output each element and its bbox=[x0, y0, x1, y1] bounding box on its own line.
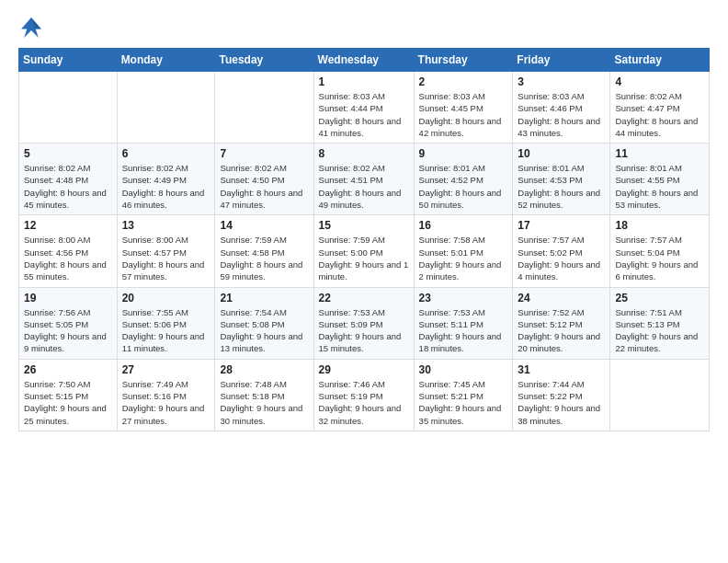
day-number: 14 bbox=[220, 219, 308, 232]
week-row-1: 1Sunrise: 8:03 AM Sunset: 4:44 PM Daylig… bbox=[19, 72, 710, 144]
calendar-cell: 25Sunrise: 7:51 AM Sunset: 5:13 PM Dayli… bbox=[610, 287, 710, 359]
day-info: Sunrise: 7:59 AM Sunset: 4:58 PM Dayligh… bbox=[220, 234, 308, 282]
day-number: 2 bbox=[419, 75, 508, 88]
day-info: Sunrise: 7:57 AM Sunset: 5:04 PM Dayligh… bbox=[615, 234, 704, 282]
day-number: 24 bbox=[518, 292, 605, 304]
day-info: Sunrise: 7:56 AM Sunset: 5:05 PM Dayligh… bbox=[24, 306, 112, 355]
calendar-cell: 9Sunrise: 8:01 AM Sunset: 4:52 PM Daylig… bbox=[414, 144, 513, 215]
calendar-cell bbox=[19, 72, 118, 144]
weekday-header-row: SundayMondayTuesdayWednesdayThursdayFrid… bbox=[19, 49, 710, 72]
week-row-3: 12Sunrise: 8:00 AM Sunset: 4:56 PM Dayli… bbox=[19, 215, 710, 287]
day-info: Sunrise: 7:51 AM Sunset: 5:13 PM Dayligh… bbox=[615, 306, 704, 355]
weekday-header-saturday: Saturday bbox=[610, 49, 710, 72]
weekday-header-thursday: Thursday bbox=[414, 49, 513, 72]
calendar-cell: 15Sunrise: 7:59 AM Sunset: 5:00 PM Dayli… bbox=[313, 215, 414, 287]
day-info: Sunrise: 8:03 AM Sunset: 4:44 PM Dayligh… bbox=[319, 90, 409, 139]
day-info: Sunrise: 8:02 AM Sunset: 4:47 PM Dayligh… bbox=[615, 90, 704, 139]
day-info: Sunrise: 7:46 AM Sunset: 5:19 PM Dayligh… bbox=[319, 378, 409, 427]
calendar-cell: 6Sunrise: 8:02 AM Sunset: 4:49 PM Daylig… bbox=[117, 144, 215, 215]
calendar-cell: 30Sunrise: 7:45 AM Sunset: 5:21 PM Dayli… bbox=[414, 359, 513, 431]
day-info: Sunrise: 8:00 AM Sunset: 4:57 PM Dayligh… bbox=[122, 234, 210, 282]
day-number: 18 bbox=[615, 219, 704, 232]
calendar-cell: 27Sunrise: 7:49 AM Sunset: 5:16 PM Dayli… bbox=[117, 359, 215, 431]
calendar-cell bbox=[215, 72, 313, 144]
calendar-cell: 12Sunrise: 8:00 AM Sunset: 4:56 PM Dayli… bbox=[19, 215, 118, 287]
day-info: Sunrise: 7:59 AM Sunset: 5:00 PM Dayligh… bbox=[319, 234, 409, 282]
day-number: 19 bbox=[24, 292, 112, 304]
calendar-cell: 21Sunrise: 7:54 AM Sunset: 5:08 PM Dayli… bbox=[215, 287, 313, 359]
logo-icon bbox=[18, 15, 44, 40]
day-number: 7 bbox=[220, 147, 308, 160]
calendar-cell: 4Sunrise: 8:02 AM Sunset: 4:47 PM Daylig… bbox=[610, 72, 710, 144]
calendar-cell: 18Sunrise: 7:57 AM Sunset: 5:04 PM Dayli… bbox=[610, 215, 710, 287]
day-number: 29 bbox=[319, 363, 409, 376]
day-info: Sunrise: 8:02 AM Sunset: 4:49 PM Dayligh… bbox=[122, 162, 210, 211]
weekday-header-wednesday: Wednesday bbox=[313, 49, 414, 72]
day-info: Sunrise: 7:48 AM Sunset: 5:18 PM Dayligh… bbox=[220, 378, 308, 427]
logo bbox=[18, 15, 48, 40]
day-info: Sunrise: 7:45 AM Sunset: 5:21 PM Dayligh… bbox=[419, 378, 508, 427]
calendar-cell: 26Sunrise: 7:50 AM Sunset: 5:15 PM Dayli… bbox=[19, 359, 118, 431]
day-info: Sunrise: 7:53 AM Sunset: 5:09 PM Dayligh… bbox=[319, 306, 409, 355]
day-number: 28 bbox=[220, 363, 308, 376]
week-row-4: 19Sunrise: 7:56 AM Sunset: 5:05 PM Dayli… bbox=[19, 287, 710, 359]
day-number: 31 bbox=[518, 363, 605, 376]
calendar-cell: 14Sunrise: 7:59 AM Sunset: 4:58 PM Dayli… bbox=[215, 215, 313, 287]
calendar-cell: 8Sunrise: 8:02 AM Sunset: 4:51 PM Daylig… bbox=[313, 144, 414, 215]
day-info: Sunrise: 7:54 AM Sunset: 5:08 PM Dayligh… bbox=[220, 306, 308, 355]
calendar-cell: 31Sunrise: 7:44 AM Sunset: 5:22 PM Dayli… bbox=[513, 359, 610, 431]
day-number: 5 bbox=[24, 147, 112, 160]
calendar-cell: 7Sunrise: 8:02 AM Sunset: 4:50 PM Daylig… bbox=[215, 144, 313, 215]
day-info: Sunrise: 8:01 AM Sunset: 4:55 PM Dayligh… bbox=[615, 162, 704, 211]
day-number: 30 bbox=[419, 363, 508, 376]
calendar-cell: 2Sunrise: 8:03 AM Sunset: 4:45 PM Daylig… bbox=[414, 72, 513, 144]
calendar-cell bbox=[117, 72, 215, 144]
day-number: 20 bbox=[122, 292, 210, 304]
day-number: 10 bbox=[518, 147, 605, 160]
day-info: Sunrise: 7:50 AM Sunset: 5:15 PM Dayligh… bbox=[24, 378, 112, 427]
week-row-5: 26Sunrise: 7:50 AM Sunset: 5:15 PM Dayli… bbox=[19, 359, 710, 431]
calendar-cell: 16Sunrise: 7:58 AM Sunset: 5:01 PM Dayli… bbox=[414, 215, 513, 287]
day-number: 17 bbox=[518, 219, 605, 232]
calendar-cell: 22Sunrise: 7:53 AM Sunset: 5:09 PM Dayli… bbox=[313, 287, 414, 359]
calendar-cell: 28Sunrise: 7:48 AM Sunset: 5:18 PM Dayli… bbox=[215, 359, 313, 431]
day-number: 13 bbox=[122, 219, 210, 232]
day-info: Sunrise: 7:49 AM Sunset: 5:16 PM Dayligh… bbox=[122, 378, 210, 427]
calendar-cell: 3Sunrise: 8:03 AM Sunset: 4:46 PM Daylig… bbox=[513, 72, 610, 144]
day-number: 11 bbox=[615, 147, 704, 160]
calendar-cell: 29Sunrise: 7:46 AM Sunset: 5:19 PM Dayli… bbox=[313, 359, 414, 431]
day-info: Sunrise: 7:44 AM Sunset: 5:22 PM Dayligh… bbox=[518, 378, 605, 427]
day-info: Sunrise: 7:52 AM Sunset: 5:12 PM Dayligh… bbox=[518, 306, 605, 355]
calendar-cell: 20Sunrise: 7:55 AM Sunset: 5:06 PM Dayli… bbox=[117, 287, 215, 359]
day-info: Sunrise: 7:55 AM Sunset: 5:06 PM Dayligh… bbox=[122, 306, 210, 355]
day-number: 15 bbox=[319, 219, 409, 232]
day-number: 21 bbox=[220, 292, 308, 304]
day-number: 25 bbox=[615, 292, 704, 304]
weekday-header-tuesday: Tuesday bbox=[215, 49, 313, 72]
weekday-header-monday: Monday bbox=[117, 49, 215, 72]
day-info: Sunrise: 8:01 AM Sunset: 4:52 PM Dayligh… bbox=[419, 162, 508, 211]
calendar-table: SundayMondayTuesdayWednesdayThursdayFrid… bbox=[18, 48, 710, 431]
day-number: 1 bbox=[319, 75, 409, 88]
week-row-2: 5Sunrise: 8:02 AM Sunset: 4:48 PM Daylig… bbox=[19, 144, 710, 215]
day-number: 22 bbox=[319, 292, 409, 304]
day-number: 3 bbox=[518, 75, 605, 88]
calendar-cell: 17Sunrise: 7:57 AM Sunset: 5:02 PM Dayli… bbox=[513, 215, 610, 287]
day-number: 23 bbox=[419, 292, 508, 304]
calendar-cell: 19Sunrise: 7:56 AM Sunset: 5:05 PM Dayli… bbox=[19, 287, 118, 359]
calendar-cell: 1Sunrise: 8:03 AM Sunset: 4:44 PM Daylig… bbox=[313, 72, 414, 144]
calendar-cell: 5Sunrise: 8:02 AM Sunset: 4:48 PM Daylig… bbox=[19, 144, 118, 215]
day-info: Sunrise: 7:57 AM Sunset: 5:02 PM Dayligh… bbox=[518, 234, 605, 282]
day-number: 9 bbox=[419, 147, 508, 160]
weekday-header-sunday: Sunday bbox=[19, 49, 118, 72]
day-number: 26 bbox=[24, 363, 112, 376]
day-number: 27 bbox=[122, 363, 210, 376]
day-number: 6 bbox=[122, 147, 210, 160]
calendar-cell: 10Sunrise: 8:01 AM Sunset: 4:53 PM Dayli… bbox=[513, 144, 610, 215]
day-info: Sunrise: 8:01 AM Sunset: 4:53 PM Dayligh… bbox=[518, 162, 605, 211]
day-number: 12 bbox=[24, 219, 112, 232]
calendar-cell: 13Sunrise: 8:00 AM Sunset: 4:57 PM Dayli… bbox=[117, 215, 215, 287]
calendar-cell bbox=[610, 359, 710, 431]
day-info: Sunrise: 8:02 AM Sunset: 4:48 PM Dayligh… bbox=[24, 162, 112, 211]
calendar-cell: 24Sunrise: 7:52 AM Sunset: 5:12 PM Dayli… bbox=[513, 287, 610, 359]
